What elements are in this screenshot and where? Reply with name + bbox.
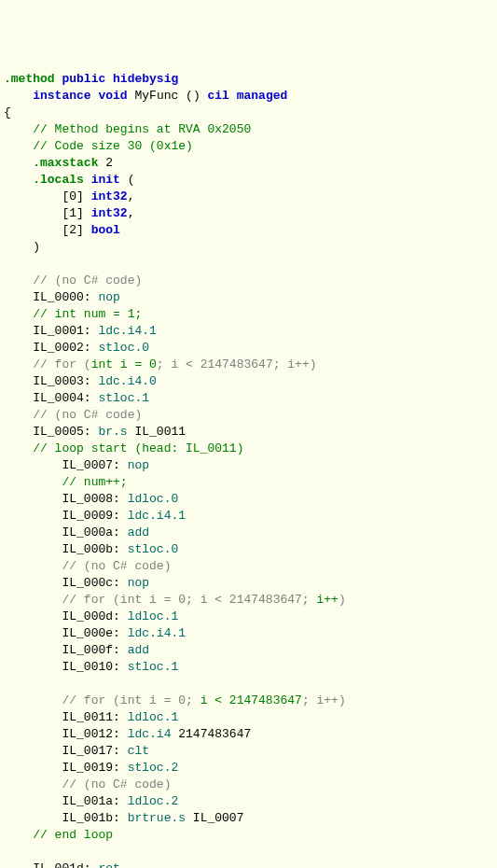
token: stloc.2: [128, 761, 179, 775]
token: // int num = 1;: [33, 307, 142, 321]
token: ldloc.1: [128, 609, 179, 623]
code-line[interactable]: .method public hidebysig: [4, 71, 493, 88]
code-line[interactable]: // (no C# code): [4, 558, 493, 575]
token: ldc.i4.1: [98, 324, 156, 338]
token: ,: [128, 189, 135, 203]
token: cil managed: [208, 89, 288, 103]
token: public: [62, 72, 105, 86]
code-line[interactable]: IL_0010: stloc.1: [4, 659, 493, 676]
code-line[interactable]: .maxstack 2: [4, 155, 493, 172]
code-line[interactable]: // Method begins at RVA 0x2050: [4, 121, 493, 138]
code-line[interactable]: // for (int i = 0; i < 2147483647; i++): [4, 357, 493, 373]
token: IL_000a:: [62, 525, 127, 539]
code-line[interactable]: IL_000d: ldloc.1: [4, 609, 493, 625]
token: IL_0007: [186, 811, 243, 825]
code-line[interactable]: // num++;: [4, 474, 493, 491]
token: stloc.0: [98, 341, 149, 355]
token: IL_001b:: [62, 811, 127, 825]
code-line[interactable]: [4, 676, 493, 693]
token: // for (int i = 0; i < 2147483647;: [62, 593, 316, 607]
code-line[interactable]: // (no C# code): [4, 407, 493, 424]
token: i < 2147483647: [200, 693, 302, 707]
code-line[interactable]: IL_0007: nop: [4, 457, 493, 474]
token: IL_0008:: [62, 492, 127, 506]
token: IL_001d:: [33, 861, 98, 868]
token: (: [120, 173, 135, 187]
code-line[interactable]: IL_001d: ret: [4, 861, 493, 868]
token: ldc.i4.0: [98, 374, 156, 388]
code-line[interactable]: IL_000b: stloc.0: [4, 541, 493, 558]
token: // loop start (head: IL_0011): [33, 441, 243, 455]
token: IL_000b:: [62, 542, 127, 556]
token: // num++;: [62, 475, 127, 489]
code-line[interactable]: IL_0004: stloc.1: [4, 390, 493, 407]
code-line[interactable]: IL_000e: ldc.i4.1: [4, 625, 493, 642]
token: IL_0012:: [62, 727, 127, 741]
code-line[interactable]: IL_0002: stloc.0: [4, 340, 493, 357]
code-line[interactable]: IL_0001: ldc.i4.1: [4, 323, 493, 340]
code-line[interactable]: [0] int32,: [4, 189, 493, 205]
token: stloc.1: [98, 391, 149, 405]
token: ldc.i4.1: [128, 626, 186, 640]
token: nop: [98, 290, 119, 304]
code-line[interactable]: // int num = 1;: [4, 306, 493, 323]
code-line[interactable]: IL_001b: brtrue.s IL_0007: [4, 810, 493, 827]
code-line[interactable]: [4, 256, 493, 273]
code-line[interactable]: // (no C# code): [4, 777, 493, 793]
token: int32: [91, 189, 128, 203]
token: IL_0000:: [33, 290, 98, 304]
token: // for (int i = 0;: [62, 693, 200, 707]
code-line[interactable]: IL_0005: br.s IL_0011: [4, 424, 493, 441]
code-line[interactable]: // for (int i = 0; i < 2147483647; i++): [4, 592, 493, 609]
code-line[interactable]: [2] bool: [4, 222, 493, 239]
code-line[interactable]: IL_0011: ldloc.1: [4, 709, 493, 726]
token: .maxstack: [33, 156, 98, 170]
code-line[interactable]: ): [4, 239, 493, 256]
token: MyFunc (): [128, 89, 208, 103]
code-line[interactable]: IL_0009: ldc.i4.1: [4, 508, 493, 525]
code-line[interactable]: // for (int i = 0; i < 2147483647; i++): [4, 693, 493, 709]
code-line[interactable]: IL_000a: add: [4, 525, 493, 541]
code-view[interactable]: .method public hidebysig instance void M…: [4, 71, 493, 868]
code-line[interactable]: instance void MyFunc () cil managed: [4, 88, 493, 105]
token: IL_0019:: [62, 761, 127, 775]
code-line[interactable]: IL_0008: ldloc.0: [4, 491, 493, 508]
code-line[interactable]: // (no C# code): [4, 273, 493, 289]
code-line[interactable]: IL_000c: nop: [4, 575, 493, 592]
token: // (no C# code): [33, 408, 142, 422]
code-line[interactable]: // end loop: [4, 827, 493, 844]
code-line[interactable]: .locals init (: [4, 172, 493, 189]
token: nop: [128, 576, 149, 590]
code-line[interactable]: IL_0017: clt: [4, 743, 493, 760]
code-line[interactable]: IL_0012: ldc.i4 2147483647: [4, 726, 493, 743]
token: br.s: [98, 425, 127, 439]
code-line[interactable]: IL_0003: ldc.i4.0: [4, 373, 493, 390]
token: void: [98, 89, 127, 103]
code-line[interactable]: // loop start (head: IL_0011): [4, 441, 493, 457]
code-line[interactable]: [1] int32,: [4, 205, 493, 222]
token: // for (: [33, 357, 90, 371]
token: ,: [128, 206, 135, 220]
code-line[interactable]: IL_000f: add: [4, 642, 493, 659]
token: 2147483647: [171, 727, 251, 741]
token: IL_0009:: [62, 509, 127, 523]
token: add: [128, 525, 149, 539]
code-line[interactable]: IL_0019: stloc.2: [4, 760, 493, 777]
token: IL_0002:: [33, 341, 98, 355]
token: [0]: [62, 189, 90, 203]
token: IL_0007:: [62, 458, 127, 472]
token: ): [338, 593, 346, 607]
token: .locals: [33, 173, 84, 187]
code-line[interactable]: {: [4, 105, 493, 121]
token: 2: [98, 156, 113, 170]
token: IL_000d:: [62, 609, 127, 623]
code-line[interactable]: // Code size 30 (0x1e): [4, 138, 493, 155]
token: brtrue.s: [128, 811, 186, 825]
code-line[interactable]: IL_0000: nop: [4, 289, 493, 306]
token: instance: [33, 89, 90, 103]
token: [1]: [62, 206, 90, 220]
token: // end loop: [33, 828, 113, 842]
token: ldloc.0: [128, 492, 179, 506]
code-line[interactable]: IL_001a: ldloc.2: [4, 793, 493, 810]
code-line[interactable]: [4, 844, 493, 861]
